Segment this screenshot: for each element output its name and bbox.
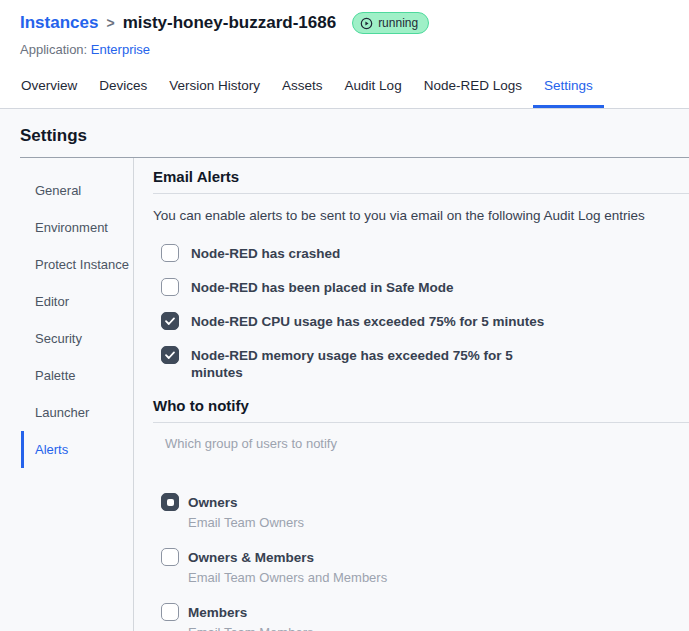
radio-description: Email Team Owners [188, 515, 304, 531]
radio-icon [161, 548, 179, 566]
radio-description: Email Team Members [188, 625, 313, 631]
checkbox-icon [161, 278, 179, 296]
sidebar-item-environment[interactable]: Environment [21, 209, 133, 246]
page-header: Instances > misty-honey-buzzard-1686 run… [0, 0, 689, 57]
checkbox-label: Node-RED CPU usage has exceeded 75% for … [191, 312, 544, 330]
checkbox-cpu-usage[interactable]: Node-RED CPU usage has exceeded 75% for … [161, 312, 689, 330]
alerts-settings-panel: Email Alerts You can enable alerts to be… [133, 158, 689, 631]
checkbox-label: Node-RED has been placed in Safe Mode [191, 278, 454, 296]
email-alerts-options: Node-RED has crashed Node-RED has been p… [161, 244, 689, 381]
who-to-notify-title: Who to notify [153, 397, 689, 414]
tab-settings[interactable]: Settings [533, 72, 604, 108]
settings-sidebar: General Environment Protect Instance Edi… [20, 158, 133, 631]
sidebar-item-general[interactable]: General [21, 172, 133, 209]
checkbox-crashed[interactable]: Node-RED has crashed [161, 244, 689, 262]
sidebar-item-protect-instance[interactable]: Protect Instance [21, 246, 133, 283]
instance-name: misty-honey-buzzard-1686 [123, 13, 337, 33]
checkbox-icon [161, 312, 179, 330]
tab-devices[interactable]: Devices [88, 72, 158, 108]
email-alerts-divider [153, 193, 689, 194]
instance-tabs: Overview Devices Version History Assets … [0, 72, 689, 109]
status-badge: running [352, 12, 429, 34]
checkbox-safe-mode[interactable]: Node-RED has been placed in Safe Mode [161, 278, 689, 296]
radio-label: Owners & Members [188, 549, 387, 566]
play-circle-icon [360, 17, 373, 30]
sidebar-item-alerts[interactable]: Alerts [21, 431, 133, 468]
application-link[interactable]: Enterprise [91, 42, 150, 57]
application-label: Application: [20, 42, 87, 57]
application-row: Application: Enterprise [20, 42, 669, 57]
tab-assets[interactable]: Assets [271, 72, 334, 108]
radio-owners[interactable]: Owners Email Team Owners [161, 493, 689, 531]
breadcrumb-instances-link[interactable]: Instances [20, 13, 98, 33]
email-alerts-title: Email Alerts [153, 168, 689, 185]
tab-version-history[interactable]: Version History [158, 72, 271, 108]
checkbox-memory-usage[interactable]: Node-RED memory usage has exceeded 75% f… [161, 346, 689, 381]
checkbox-label: Node-RED memory usage has exceeded 75% f… [191, 346, 521, 381]
tab-node-red-logs[interactable]: Node-RED Logs [413, 72, 533, 108]
breadcrumb-separator: > [106, 15, 114, 31]
radio-icon [161, 493, 179, 511]
status-badge-label: running [378, 16, 418, 30]
radio-icon [161, 603, 179, 621]
radio-dot [167, 499, 174, 506]
radio-label: Owners [188, 494, 304, 511]
who-to-notify-description: Which group of users to notify [165, 436, 689, 451]
sidebar-item-editor[interactable]: Editor [21, 283, 133, 320]
radio-members[interactable]: Members Email Team Members [161, 603, 689, 631]
page-title: Settings [20, 126, 689, 146]
checkbox-label: Node-RED has crashed [191, 244, 340, 262]
tab-audit-log[interactable]: Audit Log [334, 72, 413, 108]
radio-owners-and-members[interactable]: Owners & Members Email Team Owners and M… [161, 548, 689, 586]
who-to-notify-divider [153, 422, 689, 423]
email-alerts-description: You can enable alerts to be sent to you … [153, 208, 689, 223]
sidebar-item-launcher[interactable]: Launcher [21, 394, 133, 431]
who-to-notify-options: Owners Email Team Owners Owners & Member… [161, 493, 689, 631]
breadcrumb: Instances > misty-honey-buzzard-1686 run… [20, 12, 669, 34]
radio-label: Members [188, 604, 313, 621]
sidebar-item-security[interactable]: Security [21, 320, 133, 357]
checkbox-icon [161, 244, 179, 262]
settings-page: Settings General Environment Protect Ins… [0, 109, 689, 631]
sidebar-item-palette[interactable]: Palette [21, 357, 133, 394]
checkbox-icon [161, 346, 179, 364]
tab-overview[interactable]: Overview [10, 72, 88, 108]
radio-description: Email Team Owners and Members [188, 570, 387, 586]
